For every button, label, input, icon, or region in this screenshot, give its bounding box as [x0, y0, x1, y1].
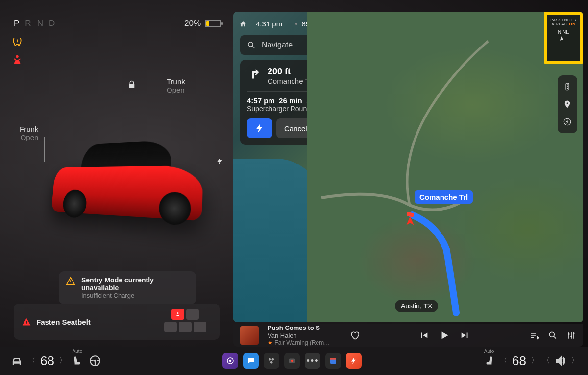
sentry-warning-card[interactable]: Sentry Mode currently unavailable Insuff… — [59, 271, 196, 304]
gear-p: P — [14, 19, 25, 28]
svg-point-1 — [177, 312, 179, 314]
svg-point-6 — [567, 86, 568, 87]
sentry-message: Sentry Mode currently unavailable — [81, 276, 189, 292]
map-roads — [233, 12, 583, 322]
battery-percent: 20% — [184, 19, 201, 28]
charge-port-icon[interactable] — [216, 157, 224, 165]
trunk-button[interactable]: Trunk Open — [167, 77, 185, 94]
svg-point-5 — [567, 84, 568, 85]
app-dashcam[interactable] — [284, 353, 300, 369]
map-pane[interactable]: Comanche Trl Austin, TX 4:31 pm 85°F Dan… — [233, 12, 583, 322]
sentry-reason: Insufficient Charge — [81, 292, 189, 299]
map-street-label: Comanche Trl — [415, 190, 473, 204]
compass-indicator: N NE — [558, 29, 569, 43]
seat-rear-right — [194, 322, 206, 332]
gear-d: D — [49, 19, 61, 28]
frunk-button[interactable]: Frunk Open — [20, 125, 38, 141]
app-sentry[interactable] — [222, 353, 238, 369]
map-city-label: Austin, TX — [395, 300, 438, 312]
bottom-dock: 〈 68 〉 Auto ••• Auto 〈 68 〉 〈 〉 — [0, 347, 588, 375]
favorite-icon[interactable] — [350, 330, 360, 340]
battery-icon — [205, 20, 221, 27]
lock-icon[interactable] — [127, 80, 136, 89]
passenger-airbag-indicator: PASSENGER AIRBAG ON N NE — [544, 12, 583, 64]
gear-r: R — [25, 19, 37, 28]
svg-point-7 — [567, 88, 568, 89]
gear-selector: PRND — [14, 19, 61, 28]
app-tidal[interactable] — [264, 353, 279, 369]
album-art[interactable] — [240, 326, 259, 345]
left-temp-control: 〈 68 〉 — [28, 353, 66, 369]
map-tools — [558, 75, 577, 133]
app-launcher[interactable]: ••• — [305, 353, 320, 369]
temp-up-left[interactable]: 〉 — [59, 356, 66, 365]
play-icon[interactable] — [438, 329, 451, 342]
svg-point-0 — [16, 55, 19, 58]
warning-triangle-icon — [66, 276, 75, 286]
left-seat-heat-icon[interactable]: Auto — [71, 354, 84, 367]
app-calendar[interactable] — [325, 353, 341, 369]
traffic-light-icon[interactable] — [563, 82, 572, 91]
svg-point-9 — [549, 332, 554, 337]
battery-status[interactable]: 20% — [184, 19, 221, 28]
right-temp-control: 〈 68 〉 — [500, 353, 538, 369]
seatbelt-panel: Fasten Seatbelt — [14, 304, 220, 340]
right-temp[interactable]: 68 — [512, 353, 526, 369]
app-messages[interactable] — [243, 353, 259, 369]
next-track-icon[interactable] — [460, 330, 470, 341]
svg-rect-20 — [330, 358, 336, 360]
car-controls-icon[interactable] — [10, 354, 24, 368]
temp-up-right[interactable]: 〉 — [531, 356, 538, 365]
volume-up[interactable]: 〉 — [571, 356, 578, 365]
seat-passenger — [186, 309, 199, 320]
svg-point-11 — [570, 336, 572, 337]
svg-point-10 — [568, 333, 569, 335]
seatbelt-warning-text: Fasten Seatbelt — [36, 318, 91, 326]
alert-triangle-icon — [22, 317, 31, 327]
svg-point-16 — [229, 360, 232, 362]
app-energy[interactable] — [346, 353, 362, 369]
right-seat-heat-icon[interactable]: Auto — [483, 354, 495, 367]
seatbelt-warning-icon[interactable] — [12, 54, 23, 65]
location-pin-icon[interactable] — [563, 100, 572, 109]
gear-n: N — [37, 19, 49, 28]
temp-down-right[interactable]: 〈 — [500, 356, 507, 365]
seat-rear-left — [164, 322, 177, 332]
media-search-icon[interactable] — [548, 330, 558, 340]
media-player-bar: Push Comes to S Van Halen ★ Fair Warning… — [233, 324, 583, 347]
svg-point-18 — [291, 360, 294, 362]
previous-track-icon[interactable] — [418, 330, 429, 341]
vehicle-render: Frunk Open Trunk Open — [20, 73, 216, 240]
seat-driver — [172, 309, 184, 320]
svg-point-14 — [94, 360, 96, 362]
steering-wheel-heat-icon[interactable] — [89, 354, 101, 367]
tpms-warning-icon[interactable] — [12, 36, 23, 47]
left-temp[interactable]: 68 — [40, 353, 54, 369]
vehicle-pane: PRND 20% Frunk Open Trunk Open — [0, 0, 231, 345]
seat-occupancy-diagram[interactable] — [151, 307, 220, 336]
current-location-marker — [404, 215, 416, 228]
seat-rear-center — [179, 322, 192, 332]
track-info[interactable]: Push Comes to S Van Halen ★ Fair Warning… — [268, 324, 341, 347]
volume-icon[interactable] — [555, 355, 566, 367]
equalizer-icon[interactable] — [566, 330, 576, 340]
volume-down[interactable]: 〈 — [543, 356, 550, 365]
bolt-icon[interactable] — [563, 117, 572, 126]
temp-down-left[interactable]: 〈 — [28, 356, 35, 365]
svg-point-12 — [573, 332, 574, 334]
queue-icon[interactable] — [529, 330, 539, 340]
